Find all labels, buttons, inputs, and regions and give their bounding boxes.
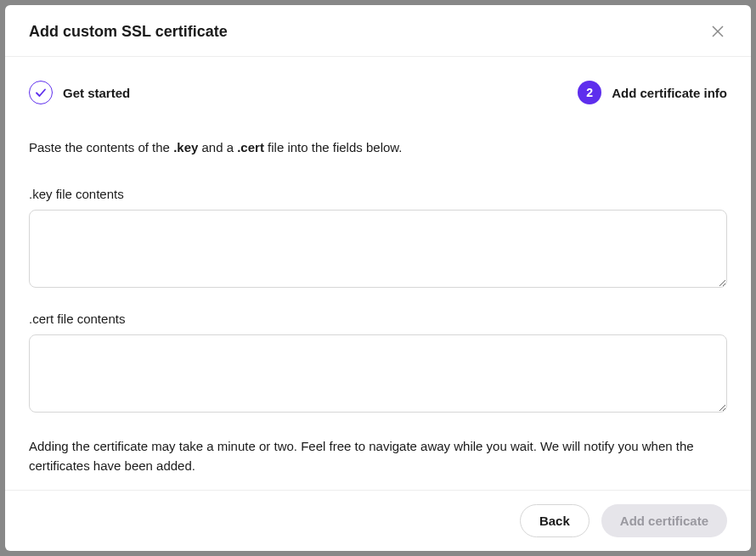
instruction-suffix: file into the fields below. xyxy=(264,140,403,154)
modal-body: Get started 2 Add certificate info Paste… xyxy=(5,57,751,490)
key-file-textarea[interactable] xyxy=(29,210,727,288)
step-completed-indicator xyxy=(29,81,53,104)
cert-field-label: .cert file contents xyxy=(29,312,727,326)
add-certificate-button[interactable]: Add certificate xyxy=(601,504,727,537)
close-button[interactable] xyxy=(708,22,727,41)
modal-footer: Back Add certificate xyxy=(5,490,751,551)
instruction-key-ext: .key xyxy=(173,140,198,154)
key-field-group: .key file contents xyxy=(29,187,727,291)
close-icon xyxy=(712,25,724,37)
cert-field-group: .cert file contents xyxy=(29,312,727,416)
cert-file-textarea[interactable] xyxy=(29,334,727,413)
back-button[interactable]: Back xyxy=(520,504,590,537)
instruction-prefix: Paste the contents of the xyxy=(29,140,173,154)
instruction-text: Paste the contents of the .key and a .ce… xyxy=(29,140,727,154)
note-text: Adding the certificate may take a minute… xyxy=(29,436,727,476)
checkmark-icon xyxy=(35,87,47,98)
key-field-label: .key file contents xyxy=(29,187,727,201)
modal-header: Add custom SSL certificate xyxy=(5,5,751,57)
step-get-started[interactable]: Get started xyxy=(29,81,130,104)
step-number-indicator: 2 xyxy=(578,81,601,104)
modal-title: Add custom SSL certificate xyxy=(29,23,228,41)
step-label: Get started xyxy=(63,86,130,100)
step-add-certificate-info: 2 Add certificate info xyxy=(578,81,727,104)
step-label: Add certificate info xyxy=(612,86,727,100)
stepper: Get started 2 Add certificate info xyxy=(29,81,727,104)
instruction-cert-ext: .cert xyxy=(237,140,264,154)
instruction-mid: and a xyxy=(198,140,237,154)
ssl-certificate-modal: Add custom SSL certificate Get started 2… xyxy=(5,5,751,551)
